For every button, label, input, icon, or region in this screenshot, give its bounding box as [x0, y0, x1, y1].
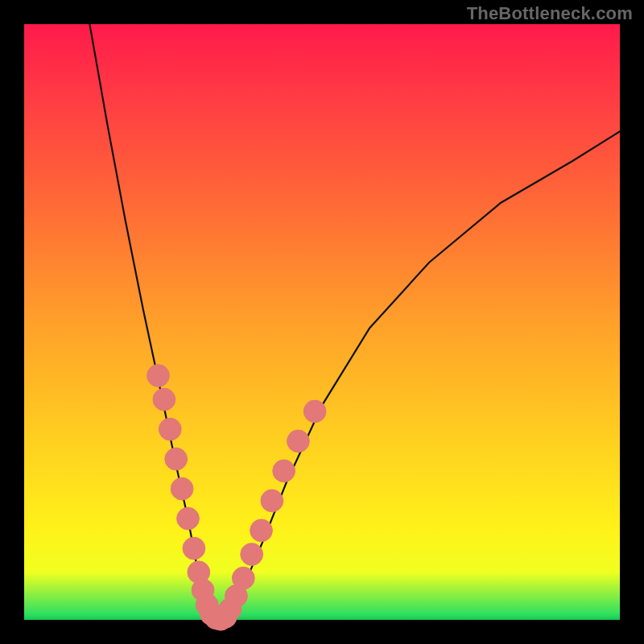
curve-left — [89, 24, 213, 620]
data-point — [183, 537, 205, 559]
data-point — [177, 507, 200, 530]
data-point — [273, 460, 295, 482]
data-point — [261, 489, 283, 512]
data-point — [232, 567, 254, 589]
data-point — [241, 543, 263, 566]
chart-svg — [24, 24, 620, 620]
data-point — [159, 418, 181, 440]
data-point — [250, 519, 273, 542]
data-point — [165, 448, 188, 470]
watermark: TheBottleneck.com — [467, 3, 633, 24]
data-point — [303, 400, 326, 423]
plot-area — [24, 24, 620, 620]
data-point — [171, 477, 193, 500]
curve-right — [224, 131, 620, 620]
curve-markers — [147, 365, 326, 630]
data-point — [153, 388, 175, 411]
data-point — [147, 365, 170, 387]
data-point — [287, 430, 310, 452]
